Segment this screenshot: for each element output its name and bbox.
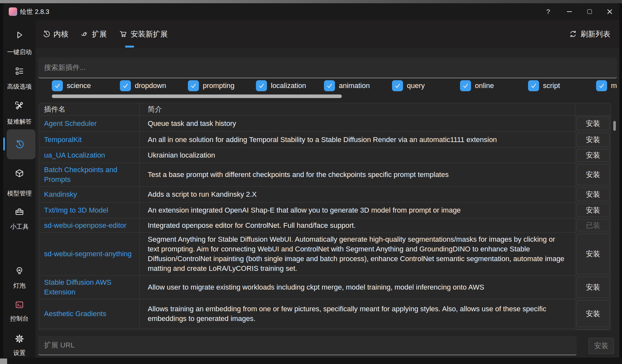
search-plugin-box [38,58,617,78]
plugin-link[interactable]: Agent Scheduler [39,116,140,131]
sidebar-item-version-management[interactable] [3,139,36,149]
sidebar-item-launch-label[interactable]: 一键启动 [3,48,36,56]
play-icon [15,30,24,40]
filter-dropdown[interactable]: dropdown [120,80,166,91]
plugin-link[interactable]: Kandinsky [39,187,140,202]
sidebar-item-small-tools-label[interactable]: 小工具 [3,223,36,231]
install-button[interactable]: 安装 [576,133,610,147]
sidebar-item-bulb-label[interactable]: 灯泡 [3,281,36,290]
filter-science[interactable]: science [52,80,91,91]
background-bottom-strip [0,358,622,364]
plugin-desc: Ukrainian localization [140,148,575,163]
install-from-url-button[interactable]: 安装 [589,338,614,354]
tab-extensions-label: 扩展 [92,29,107,39]
sidebar-item-small-tools[interactable] [3,207,36,217]
plugin-desc: Segment Anything for Stable Diffusion We… [140,233,575,275]
tab-kernel[interactable]: 内核 [42,29,68,39]
filter-animation[interactable]: animation [324,80,370,91]
table-vertical-scrollbar[interactable] [613,121,616,131]
lightbulb-icon [15,266,24,276]
plugin-link[interactable]: TemporalKit [39,132,140,148]
sidebar-item-launch[interactable] [3,30,36,40]
tab-kernel-label: 内核 [53,29,68,39]
close-icon [607,9,612,14]
table-row: Stable Diffusion AWS Extension Allow use… [39,275,611,299]
column-header-description: 简介 [140,103,575,115]
sidebar-item-console-label[interactable]: 控制台 [3,314,36,323]
help-button[interactable]: ? [541,3,555,20]
filter-label: script [543,82,560,90]
plugin-link[interactable]: Txt/Img to 3D Model [39,203,140,218]
plugin-desc: Allow user to migrate existing workloads… [140,276,575,299]
table-row: sd-webui-openpose-editor Integrated open… [39,218,611,232]
filter-label: online [475,82,494,90]
search-plugin-input[interactable] [38,58,617,78]
kernel-history-icon [42,30,51,38]
plugin-desc: An extension integrated OpenAI Shap-E th… [140,203,575,218]
filter-clipped[interactable]: m [596,80,617,91]
plugin-table: 插件名 简介 Agent Scheduler Queue task and ta… [39,103,611,330]
plugin-desc: An all in one solution for adding Tempor… [140,132,575,148]
filter-label: query [407,82,425,90]
tab-extensions[interactable]: 扩展 [81,29,107,39]
tools-icon [15,101,24,111]
tab-install-new-extensions-label: 安装新扩展 [131,29,168,39]
install-button[interactable]: 安装 [576,300,610,327]
app-title: 绘世 2.8.3 [20,3,49,20]
install-button[interactable]: 安装 [576,116,610,130]
background-window-fragment [0,358,7,364]
plugin-link[interactable]: ua_UA Localization [39,148,140,163]
filter-online[interactable]: online [460,80,494,91]
sidebar-item-bulb[interactable] [3,266,36,276]
plugin-link[interactable]: Batch Checkpoints and Prompts [39,163,140,186]
list-options-icon [15,66,24,76]
console-terminal-icon [15,300,24,310]
filter-script[interactable]: script [528,80,560,91]
install-button[interactable]: 安装 [576,149,610,162]
table-row: Batch Checkpoints and Prompts Test a bas… [39,163,611,186]
sidebar-item-console[interactable] [3,300,36,310]
table-row: Agent Scheduler Queue task and task hist… [39,115,611,131]
sidebar-item-settings[interactable] [3,334,36,344]
plugin-link[interactable]: Stable Diffusion AWS Extension [39,276,140,299]
filter-localization[interactable]: localization [256,80,306,91]
plugin-link[interactable]: Aesthetic Gradients [39,299,140,328]
sidebar-item-troubleshooting-label[interactable]: 疑难解答 [3,117,36,126]
sidebar-item-troubleshooting[interactable] [3,101,36,111]
close-button[interactable] [603,3,617,20]
toolbox-icon [15,207,24,217]
install-button[interactable]: 安装 [576,277,610,298]
tab-bar: 内核 扩展 安装新扩展 [36,20,619,48]
plugin-link[interactable]: sd-webui-openpose-editor [39,218,140,232]
package-box-icon [15,169,24,178]
install-button[interactable]: 安装 [576,164,610,185]
refresh-icon [569,30,577,38]
plugin-link[interactable]: sd-webui-segment-anything [39,233,140,275]
minimize-button[interactable] [562,3,576,20]
sidebar-item-advanced-options-label[interactable]: 高级选项 [3,83,36,91]
footer-bar: 安装 [36,330,619,358]
filter-query[interactable]: query [392,80,425,91]
filter-label: localization [271,82,306,90]
sidebar-item-advanced-options[interactable] [3,66,36,76]
sidebar-item-model-management[interactable] [3,169,36,178]
extension-url-box [38,336,577,355]
tab-install-new-extensions[interactable]: 安装新扩展 [119,29,168,39]
sidebar-item-settings-label[interactable]: 设置 [3,349,36,357]
help-icon: ? [546,8,550,16]
table-row: Aesthetic Gradients Allows training an e… [39,299,611,328]
filter-prompting[interactable]: prompting [188,80,235,91]
install-button[interactable]: 安装 [576,234,610,274]
filter-label: m [611,82,617,90]
sidebar-item-model-management-label[interactable]: 模型管理 [3,189,36,198]
extension-url-input[interactable] [38,336,577,355]
install-button[interactable]: 安装 [576,204,610,217]
maximize-button[interactable] [582,3,597,20]
column-header-name: 插件名 [39,103,140,115]
checkbox-checked-icon [120,80,131,91]
refresh-list-button[interactable]: 刷新列表 [569,20,610,48]
installed-button: 已装 [576,219,610,231]
active-tab-indicator [125,46,134,48]
install-button[interactable]: 安装 [576,188,610,201]
filters-horizontal-scrollbar[interactable] [52,94,342,98]
